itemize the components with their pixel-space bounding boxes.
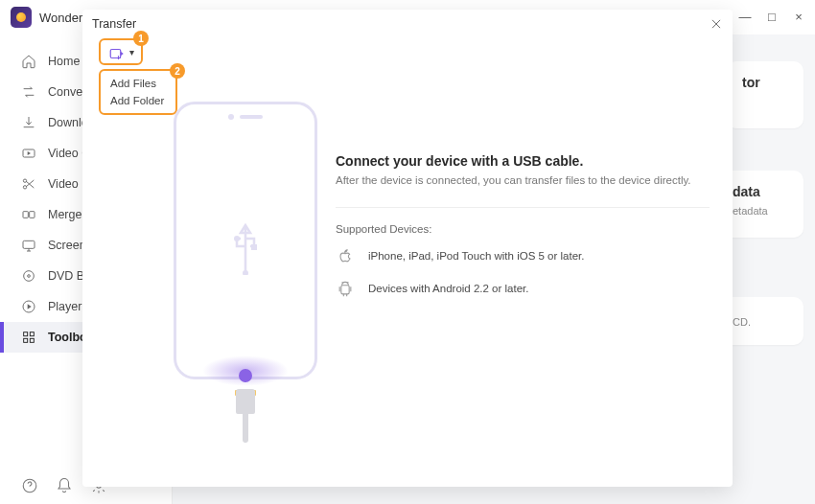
svg-rect-11	[24, 338, 28, 342]
sidebar-item-label: Merger	[48, 208, 86, 221]
app-logo	[11, 7, 32, 28]
svg-point-18	[243, 270, 248, 275]
modal-title: Transfer	[92, 17, 136, 31]
bg-card-title: tor	[742, 75, 788, 90]
dropdown-item-add-files[interactable]: Add Files	[101, 75, 175, 92]
add-file-button[interactable]: ▾ 1	[99, 38, 143, 65]
device-text: Devices with Android 2.2 or later.	[368, 283, 528, 294]
svg-point-6	[24, 271, 35, 282]
sidebar-item-label: Player	[48, 300, 82, 313]
close-icon: ×	[795, 10, 803, 24]
divider	[336, 207, 710, 208]
info-panel: Connect your device with a USB cable. Af…	[336, 153, 710, 311]
svg-rect-15	[110, 50, 121, 58]
svg-rect-9	[24, 332, 28, 336]
add-file-icon	[108, 45, 126, 58]
phone-illustration	[150, 102, 341, 456]
sidebar-item-label: Home	[48, 55, 80, 68]
svg-point-1	[23, 179, 26, 182]
device-row-ios: iPhone, iPad, iPod Touch with iOS 5 or l…	[336, 246, 710, 265]
apple-icon	[336, 246, 355, 265]
callout-badge-1: 1	[133, 31, 149, 46]
maximize-button[interactable]: □	[761, 6, 782, 27]
app-name: Wonder	[39, 11, 82, 25]
screen-record-icon	[21, 238, 36, 253]
callout-badge-2: 2	[170, 63, 185, 79]
svg-point-16	[234, 236, 240, 241]
usb-icon	[226, 218, 265, 275]
minimize-icon: —	[739, 10, 752, 24]
app-root: Wonder — □ × Home Converter Download Vid	[0, 0, 815, 504]
device-text: iPhone, iPad, iPod Touch with iOS 5 or l…	[368, 250, 584, 262]
merger-icon	[21, 207, 36, 222]
connect-subtext: After the device is connected, you can t…	[336, 174, 710, 186]
bg-card-sub: etadata	[733, 205, 788, 217]
converter-icon	[21, 84, 36, 100]
svg-rect-12	[30, 338, 34, 342]
usb-cable	[236, 389, 255, 443]
svg-rect-10	[30, 332, 34, 336]
phone-notch	[228, 114, 263, 120]
svg-rect-17	[251, 244, 257, 250]
device-row-android: Devices with Android 2.2 or later.	[336, 279, 710, 298]
minimize-button[interactable]: —	[734, 6, 756, 27]
play-icon	[21, 299, 36, 314]
bell-icon[interactable]	[56, 477, 73, 494]
maximize-icon: □	[768, 10, 776, 24]
chevron-down-icon: ▾	[129, 47, 134, 57]
close-button[interactable]: ×	[788, 6, 809, 27]
port-dot	[239, 369, 252, 382]
close-icon	[710, 17, 723, 31]
window-controls: — □ ×	[734, 6, 809, 27]
toolbox-icon	[21, 330, 36, 345]
disc-icon	[21, 268, 36, 284]
video-compress-icon	[21, 146, 36, 161]
modal-close-button[interactable]	[708, 15, 725, 33]
android-icon	[336, 279, 355, 298]
svg-rect-4	[30, 212, 35, 218]
svg-rect-19	[341, 286, 349, 294]
download-icon	[21, 115, 36, 130]
bg-card-text: CD.	[733, 316, 788, 328]
help-icon[interactable]	[21, 477, 38, 494]
background-card: tor	[727, 61, 803, 128]
supported-devices-label: Supported Devices:	[336, 223, 710, 235]
connect-headline: Connect your device with a USB cable.	[336, 153, 710, 169]
phone-outline	[174, 102, 317, 379]
scissors-icon	[21, 176, 36, 192]
bg-card-title: data	[733, 184, 788, 199]
home-icon	[21, 54, 36, 69]
transfer-modal: Transfer ▾ 1 Add Files Add Folder 2	[82, 10, 733, 487]
svg-point-7	[28, 275, 31, 278]
svg-rect-5	[23, 241, 35, 248]
svg-rect-3	[23, 212, 28, 218]
svg-point-2	[23, 186, 26, 189]
